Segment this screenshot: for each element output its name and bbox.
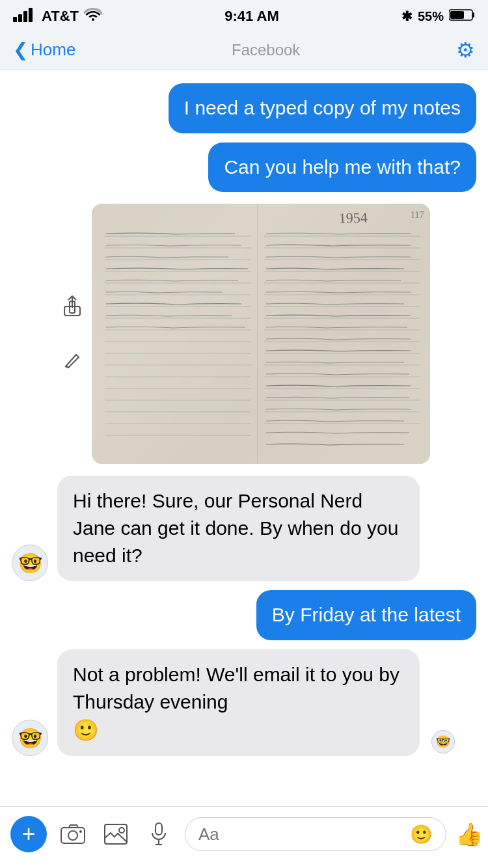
svg-rect-0 <box>13 17 17 22</box>
svg-text:1954: 1954 <box>338 209 368 226</box>
photo-button[interactable] <box>99 817 133 851</box>
svg-point-51 <box>79 830 82 833</box>
status-time: 9:41 AM <box>224 8 279 25</box>
svg-rect-6 <box>450 11 464 19</box>
svg-point-50 <box>68 831 77 840</box>
message-1: I need a typed copy of my notes <box>12 83 476 133</box>
plus-icon: + <box>21 822 35 846</box>
svg-rect-8 <box>64 306 80 316</box>
status-left: AT&T <box>13 8 102 25</box>
status-right: ✱ 55% <box>401 8 475 25</box>
bubble-out-5: By Friday at the latest <box>256 590 476 640</box>
svg-text:117: 117 <box>411 210 424 220</box>
svg-rect-2 <box>23 11 27 22</box>
bubble-in-6: Not a problem! We'll email it to you by … <box>57 649 420 757</box>
message-5: By Friday at the latest <box>12 590 476 640</box>
svg-rect-54 <box>156 823 162 835</box>
image-actions <box>58 292 87 375</box>
svg-rect-1 <box>18 14 22 22</box>
status-bar: AT&T 9:41 AM ✱ 55% <box>0 0 488 31</box>
thumbsup-button[interactable]: 👍 <box>455 821 483 847</box>
svg-line-9 <box>66 366 68 368</box>
wifi-icon <box>84 8 102 25</box>
message-6: 🤓 Not a problem! We'll email it to you b… <box>12 649 476 757</box>
svg-rect-10 <box>92 204 430 464</box>
smile-emoji: 🙂 <box>73 718 99 742</box>
message-3-image-row: 1954 117 <box>12 201 476 467</box>
message-2: Can you help me with that? <box>12 142 476 193</box>
svg-rect-5 <box>472 12 474 18</box>
battery-icon <box>449 8 475 25</box>
back-label: Home <box>31 40 75 60</box>
message-4: 🤓 Hi there! Sure, our Personal Nerd Jane… <box>12 476 476 581</box>
bot-avatar-icon: 🤓 <box>18 552 42 575</box>
bubble-out-2: Can you help me with that? <box>208 142 476 193</box>
chevron-left-icon: ❮ <box>13 39 28 61</box>
battery-percent: 55% <box>418 9 444 24</box>
nav-title: Facebook <box>232 41 300 59</box>
message-input-area[interactable]: 🙂 <box>185 817 446 851</box>
mic-button[interactable] <box>142 817 176 851</box>
bluetooth-icon: ✱ <box>401 8 413 24</box>
bot-avatar-1: 🤓 <box>12 545 48 581</box>
notes-image: 1954 117 <box>92 204 430 464</box>
bubble-out-1: I need a typed copy of my notes <box>169 83 476 133</box>
svg-rect-49 <box>61 828 85 843</box>
message-input[interactable] <box>198 824 410 845</box>
small-bot-avatar: 🤓 <box>431 730 455 753</box>
share-icon[interactable] <box>58 292 87 321</box>
signal-icon <box>13 8 36 25</box>
bot-avatar-icon-2: 🤓 <box>18 727 42 750</box>
gear-icon[interactable]: ⚙ <box>456 38 475 62</box>
bubble-in-4: Hi there! Sure, our Personal Nerd Jane c… <box>57 476 420 581</box>
message-image: 1954 117 <box>92 204 430 464</box>
back-button[interactable]: ❮ Home <box>13 39 75 61</box>
svg-point-53 <box>119 828 124 833</box>
nav-bar: ❮ Home Facebook ⚙ <box>0 31 488 70</box>
bubble-in-6-text: Not a problem! We'll email it to you by … <box>73 664 400 712</box>
carrier-name: AT&T <box>42 8 79 25</box>
thumbsup-icon: 👍 <box>455 822 483 847</box>
svg-rect-52 <box>105 824 127 844</box>
bot-avatar-2: 🤓 <box>12 720 48 756</box>
emoji-button[interactable]: 🙂 <box>410 824 433 845</box>
bottom-toolbar: + 🙂 👍 <box>0 806 488 868</box>
edit-icon[interactable] <box>58 347 87 375</box>
svg-rect-3 <box>29 8 33 22</box>
notes-background: 1954 117 <box>92 204 430 464</box>
chat-container: I need a typed copy of my notes Can you … <box>0 70 488 850</box>
camera-button[interactable] <box>56 817 90 851</box>
add-button[interactable]: + <box>10 816 47 852</box>
